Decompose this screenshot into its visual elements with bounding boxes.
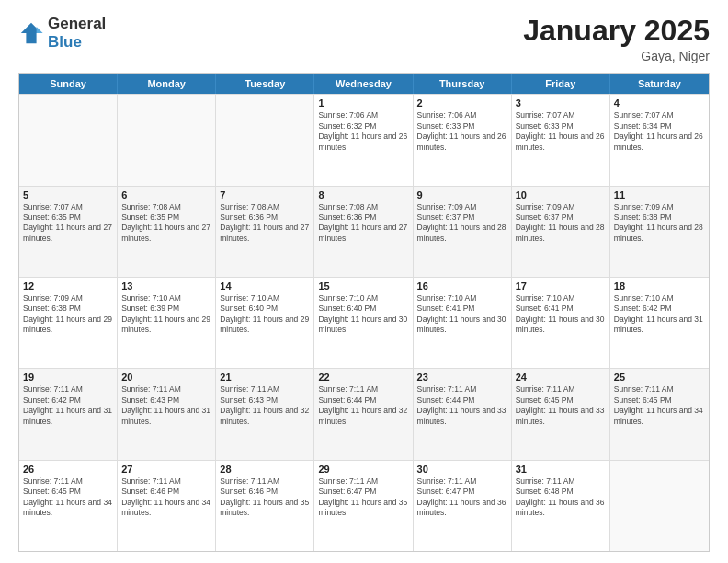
cal-cell: 1Sunrise: 7:06 AM Sunset: 6:32 PM Daylig…	[314, 95, 413, 185]
cal-cell: 22Sunrise: 7:11 AM Sunset: 6:44 PM Dayli…	[314, 369, 413, 459]
cal-cell: 9Sunrise: 7:09 AM Sunset: 6:37 PM Daylig…	[414, 187, 512, 277]
day-number: 24	[516, 372, 606, 383]
weekday-header-tuesday: Tuesday	[216, 74, 314, 94]
cal-cell: 17Sunrise: 7:10 AM Sunset: 6:41 PM Dayli…	[512, 278, 610, 368]
day-info: Sunrise: 7:11 AM Sunset: 6:44 PM Dayligh…	[417, 385, 507, 427]
cal-cell	[19, 95, 118, 185]
cal-cell: 6Sunrise: 7:08 AM Sunset: 6:35 PM Daylig…	[118, 187, 216, 277]
calendar: SundayMondayTuesdayWednesdayThursdayFrid…	[18, 73, 710, 552]
day-number: 26	[23, 464, 113, 475]
day-info: Sunrise: 7:10 AM Sunset: 6:41 PM Dayligh…	[417, 293, 507, 336]
day-info: Sunrise: 7:11 AM Sunset: 6:43 PM Dayligh…	[220, 385, 310, 427]
cal-cell: 14Sunrise: 7:10 AM Sunset: 6:40 PM Dayli…	[216, 278, 314, 368]
cal-cell: 29Sunrise: 7:11 AM Sunset: 6:47 PM Dayli…	[314, 461, 413, 551]
logo-blue: Blue	[48, 33, 82, 51]
cal-cell: 25Sunrise: 7:11 AM Sunset: 6:45 PM Dayli…	[610, 369, 709, 459]
cal-cell: 16Sunrise: 7:10 AM Sunset: 6:41 PM Dayli…	[414, 278, 512, 368]
day-info: Sunrise: 7:11 AM Sunset: 6:46 PM Dayligh…	[121, 477, 211, 519]
day-number: 1	[318, 98, 408, 109]
day-info: Sunrise: 7:09 AM Sunset: 6:38 PM Dayligh…	[23, 293, 113, 336]
day-info: Sunrise: 7:08 AM Sunset: 6:36 PM Dayligh…	[220, 202, 310, 245]
day-number: 15	[318, 281, 408, 292]
cal-cell: 15Sunrise: 7:10 AM Sunset: 6:40 PM Dayli…	[314, 278, 413, 368]
cal-cell	[610, 461, 709, 551]
day-number: 20	[121, 372, 211, 383]
day-info: Sunrise: 7:10 AM Sunset: 6:40 PM Dayligh…	[220, 293, 310, 336]
day-number: 4	[614, 98, 705, 109]
cal-cell: 23Sunrise: 7:11 AM Sunset: 6:44 PM Dayli…	[414, 369, 512, 459]
cal-row-0: 1Sunrise: 7:06 AM Sunset: 6:32 PM Daylig…	[19, 94, 709, 185]
cal-cell: 2Sunrise: 7:06 AM Sunset: 6:33 PM Daylig…	[414, 95, 512, 185]
logo-icon	[18, 20, 44, 46]
header: General Blue January 2025 Gaya, Niger	[18, 15, 710, 63]
weekday-header-friday: Friday	[512, 74, 610, 94]
day-number: 10	[516, 190, 606, 201]
day-info: Sunrise: 7:09 AM Sunset: 6:37 PM Dayligh…	[417, 202, 507, 245]
day-number: 12	[23, 281, 113, 292]
day-number: 8	[318, 190, 408, 201]
cal-cell: 12Sunrise: 7:09 AM Sunset: 6:38 PM Dayli…	[19, 278, 118, 368]
day-number: 25	[614, 372, 705, 383]
weekday-header-saturday: Saturday	[610, 74, 709, 94]
day-info: Sunrise: 7:11 AM Sunset: 6:47 PM Dayligh…	[318, 477, 408, 519]
day-number: 27	[121, 464, 211, 475]
cal-cell: 7Sunrise: 7:08 AM Sunset: 6:36 PM Daylig…	[216, 187, 314, 277]
cal-cell: 19Sunrise: 7:11 AM Sunset: 6:42 PM Dayli…	[19, 369, 118, 459]
cal-cell: 31Sunrise: 7:11 AM Sunset: 6:48 PM Dayli…	[512, 461, 610, 551]
day-number: 16	[417, 281, 507, 292]
cal-cell: 18Sunrise: 7:10 AM Sunset: 6:42 PM Dayli…	[610, 278, 709, 368]
weekday-header-thursday: Thursday	[414, 74, 512, 94]
day-info: Sunrise: 7:09 AM Sunset: 6:38 PM Dayligh…	[614, 202, 705, 245]
day-info: Sunrise: 7:10 AM Sunset: 6:39 PM Dayligh…	[121, 293, 211, 336]
cal-cell: 30Sunrise: 7:11 AM Sunset: 6:47 PM Dayli…	[414, 461, 512, 551]
day-info: Sunrise: 7:10 AM Sunset: 6:41 PM Dayligh…	[516, 293, 606, 336]
day-info: Sunrise: 7:06 AM Sunset: 6:33 PM Dayligh…	[417, 110, 507, 153]
day-info: Sunrise: 7:09 AM Sunset: 6:37 PM Dayligh…	[516, 202, 606, 245]
cal-cell: 10Sunrise: 7:09 AM Sunset: 6:37 PM Dayli…	[512, 187, 610, 277]
cal-cell: 11Sunrise: 7:09 AM Sunset: 6:38 PM Dayli…	[610, 187, 709, 277]
cal-cell: 26Sunrise: 7:11 AM Sunset: 6:45 PM Dayli…	[19, 461, 118, 551]
day-info: Sunrise: 7:07 AM Sunset: 6:35 PM Dayligh…	[23, 202, 113, 245]
cal-cell	[118, 95, 216, 185]
cal-row-4: 26Sunrise: 7:11 AM Sunset: 6:45 PM Dayli…	[19, 460, 709, 551]
location: Gaya, Niger	[523, 49, 710, 63]
day-info: Sunrise: 7:11 AM Sunset: 6:45 PM Dayligh…	[614, 385, 705, 427]
day-info: Sunrise: 7:11 AM Sunset: 6:43 PM Dayligh…	[121, 385, 211, 427]
day-number: 22	[318, 372, 408, 383]
calendar-header: SundayMondayTuesdayWednesdayThursdayFrid…	[19, 74, 709, 94]
day-number: 11	[614, 190, 705, 201]
calendar-body: 1Sunrise: 7:06 AM Sunset: 6:32 PM Daylig…	[19, 94, 709, 551]
cal-cell: 27Sunrise: 7:11 AM Sunset: 6:46 PM Dayli…	[118, 461, 216, 551]
day-number: 28	[220, 464, 310, 475]
cal-row-3: 19Sunrise: 7:11 AM Sunset: 6:42 PM Dayli…	[19, 368, 709, 459]
day-number: 7	[220, 190, 310, 201]
month-year: January 2025	[523, 15, 710, 47]
day-number: 30	[417, 464, 507, 475]
cal-row-2: 12Sunrise: 7:09 AM Sunset: 6:38 PM Dayli…	[19, 277, 709, 368]
day-info: Sunrise: 7:11 AM Sunset: 6:48 PM Dayligh…	[516, 477, 606, 519]
day-number: 6	[121, 190, 211, 201]
weekday-header-wednesday: Wednesday	[314, 74, 413, 94]
day-info: Sunrise: 7:10 AM Sunset: 6:40 PM Dayligh…	[318, 293, 408, 336]
cal-cell: 21Sunrise: 7:11 AM Sunset: 6:43 PM Dayli…	[216, 369, 314, 459]
day-info: Sunrise: 7:11 AM Sunset: 6:45 PM Dayligh…	[516, 385, 606, 427]
day-info: Sunrise: 7:11 AM Sunset: 6:44 PM Dayligh…	[318, 385, 408, 427]
day-number: 21	[220, 372, 310, 383]
day-info: Sunrise: 7:08 AM Sunset: 6:35 PM Dayligh…	[121, 202, 211, 245]
day-info: Sunrise: 7:11 AM Sunset: 6:47 PM Dayligh…	[417, 477, 507, 519]
day-number: 17	[516, 281, 606, 292]
cal-cell: 4Sunrise: 7:07 AM Sunset: 6:34 PM Daylig…	[610, 95, 709, 185]
day-number: 29	[318, 464, 408, 475]
day-info: Sunrise: 7:11 AM Sunset: 6:46 PM Dayligh…	[220, 477, 310, 519]
day-info: Sunrise: 7:07 AM Sunset: 6:34 PM Dayligh…	[614, 110, 705, 153]
cal-cell: 20Sunrise: 7:11 AM Sunset: 6:43 PM Dayli…	[118, 369, 216, 459]
day-info: Sunrise: 7:06 AM Sunset: 6:32 PM Dayligh…	[318, 110, 408, 153]
svg-marker-1	[37, 27, 43, 33]
logo: General Blue	[18, 15, 106, 52]
day-number: 13	[121, 281, 211, 292]
day-info: Sunrise: 7:07 AM Sunset: 6:33 PM Dayligh…	[516, 110, 606, 153]
weekday-header-sunday: Sunday	[19, 74, 118, 94]
logo-general: General	[48, 15, 106, 32]
day-info: Sunrise: 7:10 AM Sunset: 6:42 PM Dayligh…	[614, 293, 705, 336]
day-number: 31	[516, 464, 606, 475]
